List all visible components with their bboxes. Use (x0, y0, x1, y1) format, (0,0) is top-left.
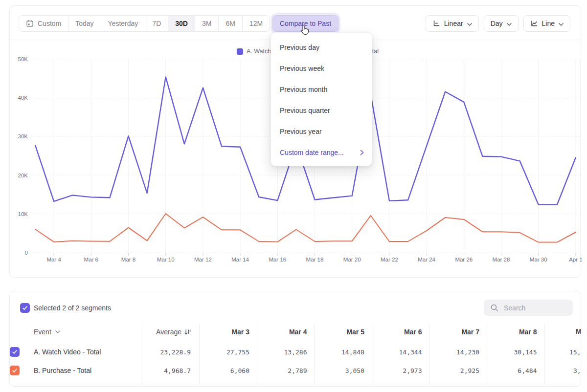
x-axis-tick: Mar 14 (231, 257, 249, 262)
chevron-down-icon (467, 23, 472, 26)
date-column-header-clipped: M (576, 327, 581, 335)
y-axis-tick: 40K (18, 95, 28, 101)
legend-swatch (237, 48, 243, 55)
chart-type-select[interactable]: Line (523, 15, 570, 32)
granularity-select[interactable]: Day (484, 15, 519, 32)
compare-to-past-menu: Previous dayPrevious weekPrevious monthP… (271, 32, 372, 166)
series-line-b-purchase-total (35, 214, 576, 242)
menu-item-previous-week[interactable]: Previous week (271, 58, 372, 79)
date-column-header: Mar 6 (368, 328, 422, 336)
search-icon (490, 304, 499, 312)
x-axis-tick: Mar 10 (157, 257, 175, 262)
menu-item-previous-year[interactable]: Previous year (271, 121, 372, 142)
date-preset-7d[interactable]: 7D (145, 16, 168, 31)
row-checkbox-watch-video[interactable] (10, 347, 20, 357)
date-preset-12m[interactable]: 12M (243, 16, 270, 31)
table-cell: 13,286 (253, 348, 307, 356)
table-cell: 6,484 (483, 367, 537, 374)
table-cell: 14,230 (426, 348, 479, 356)
table-cell: 27,755 (196, 348, 249, 356)
x-axis-tick: Mar 24 (418, 257, 435, 262)
date-preset-label: 30D (175, 20, 188, 27)
chevron-down-icon (559, 23, 564, 26)
x-axis-tick: Mar 6 (84, 257, 98, 262)
chart-controls: Linear Day Line (426, 15, 570, 32)
checkmark-icon (12, 368, 18, 373)
table-cell: 2,973 (368, 367, 422, 374)
date-preset-label: 7D (152, 20, 161, 27)
y-axis-tick: 50K (18, 56, 28, 62)
chart-type-label: Line (542, 20, 555, 27)
x-axis-tick: Mar 28 (493, 257, 510, 262)
compare-to-past-button[interactable]: Compare to Past (272, 15, 339, 32)
menu-item-custom-date-range[interactable]: Custom date range... (271, 142, 372, 163)
linear-axis-icon (432, 20, 440, 27)
row-checkbox-purchase[interactable] (10, 366, 20, 375)
date-preset-today[interactable]: Today (68, 16, 101, 31)
x-axis-tick: Mar 16 (269, 257, 286, 262)
average-value: 23,228.9 (137, 348, 191, 356)
date-preset-label: Yesterday (108, 20, 138, 27)
granularity-label: Day (491, 20, 503, 27)
row-label: B. Purchase - Total (34, 367, 91, 374)
x-axis-tick: Mar 8 (121, 257, 135, 262)
chevron-right-icon (360, 150, 364, 155)
line-chart-icon (530, 20, 538, 27)
table-cell: 30,145 (483, 348, 537, 356)
x-axis-tick: Mar 18 (306, 257, 324, 262)
date-column-header: Mar 3 (196, 328, 249, 336)
calendar-icon (26, 20, 34, 27)
select-all-checkbox[interactable] (20, 303, 30, 313)
date-preset-3m[interactable]: 3M (195, 16, 219, 31)
column-separator (142, 324, 142, 385)
chevron-down-icon (507, 23, 512, 26)
x-axis-tick: Mar 4 (46, 257, 61, 262)
table-cell-clipped: 3, (573, 367, 581, 374)
y-axis-tick: 10K (18, 211, 28, 217)
date-preset-yesterday[interactable]: Yesterday (101, 16, 146, 31)
table-cell: 14,344 (368, 348, 422, 356)
table-cell: 2,789 (253, 367, 307, 374)
date-preset-6m[interactable]: 6M (219, 16, 242, 31)
column-separator (544, 324, 544, 385)
segments-card: Selected 2 of 2 segments Event Average (9, 291, 581, 387)
search-input[interactable] (504, 304, 568, 312)
date-preset-label: 3M (202, 20, 211, 27)
average-column-header[interactable]: Average (156, 327, 191, 336)
menu-item-previous-month[interactable]: Previous month (271, 79, 372, 100)
event-column-header[interactable]: Event (34, 327, 60, 336)
table-cell: 6,060 (196, 367, 249, 374)
menu-item-previous-quarter[interactable]: Previous quarter (271, 100, 372, 121)
date-column-header: Mar 7 (426, 328, 479, 336)
chevron-down-icon (55, 330, 60, 333)
date-preset-custom[interactable]: Custom (19, 16, 68, 31)
date-column-header: Mar 5 (311, 328, 364, 336)
scale-label: Linear (444, 20, 463, 27)
segments-search[interactable] (484, 300, 573, 316)
x-axis-tick: Mar 22 (381, 257, 398, 262)
y-axis-tick: 0 (25, 250, 28, 256)
x-axis-tick: Mar 30 (530, 257, 547, 262)
table-cell: 2,925 (426, 367, 479, 374)
date-preset-label: Today (75, 20, 93, 27)
row-label: A. Watch Video - Total (34, 348, 101, 356)
menu-item-previous-day[interactable]: Previous day (271, 37, 372, 58)
date-preset-30d[interactable]: 30D (168, 16, 195, 31)
x-axis-tick: Apr 1 (569, 257, 582, 262)
average-value: 4,968.7 (137, 367, 191, 374)
date-column-header: Mar 8 (483, 328, 537, 336)
x-axis-tick: Mar 12 (194, 257, 212, 262)
sort-descending-icon (184, 329, 191, 335)
y-axis-tick: 20K (18, 173, 28, 178)
checkmark-icon (12, 349, 18, 355)
table-cell: 3,050 (311, 367, 364, 374)
checkmark-icon (22, 305, 28, 311)
scale-select[interactable]: Linear (426, 15, 479, 32)
date-preset-label: Custom (38, 20, 61, 27)
date-preset-label: 12M (249, 20, 263, 27)
date-preset-label: 6M (226, 20, 235, 27)
menu-item-label: Custom date range... (280, 149, 344, 156)
date-column-header: Mar 4 (253, 328, 307, 336)
date-range-picker: CustomTodayYesterday7D30D3M6M12M (19, 15, 270, 32)
x-axis-tick: Mar 26 (455, 257, 473, 262)
